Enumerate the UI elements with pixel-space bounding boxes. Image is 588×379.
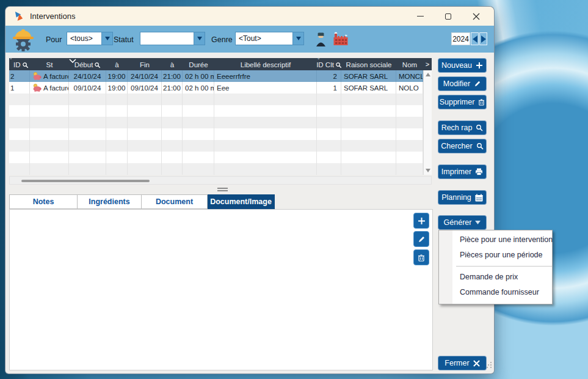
sort-priority-marker: ° — [318, 58, 320, 63]
edit-document-button[interactable] — [413, 231, 429, 247]
genre-label: Genre — [211, 35, 233, 44]
menu-item-pieces-periode[interactable]: Pièces pour une période — [439, 248, 552, 263]
piggy-bank-icon — [32, 72, 42, 80]
column-header-libelle[interactable]: Libellé descriptif — [214, 58, 317, 70]
scroll-up-icon[interactable] — [426, 73, 430, 76]
column-header-id-clt[interactable]: ° ID Clt — [317, 58, 341, 70]
imprimer-button[interactable]: Imprimer — [438, 164, 487, 179]
close-button[interactable] — [462, 7, 490, 26]
document-image-panel — [9, 209, 433, 370]
column-header-nom[interactable]: Nom — [396, 58, 423, 70]
column-header-duree[interactable]: Durée — [183, 58, 214, 70]
person-icon[interactable] — [316, 31, 326, 47]
planning-button[interactable]: Planning — [438, 190, 487, 205]
calendar-icon — [475, 194, 483, 202]
detail-tabs: Notes Ingrédients Document Document/Imag… — [9, 194, 275, 209]
maximize-button[interactable] — [434, 7, 462, 26]
table-vertical-scrollbar[interactable] — [423, 70, 432, 175]
column-header-a-fin[interactable]: à — [162, 58, 183, 70]
minimize-icon — [417, 16, 424, 17]
sort-priority-marker: ° — [10, 58, 12, 63]
empty-table-rows — [9, 94, 423, 175]
column-header-debut[interactable]: Début — [69, 58, 106, 70]
search-icon[interactable] — [94, 62, 101, 68]
statut-select[interactable] — [140, 32, 205, 45]
delete-document-button[interactable] — [413, 249, 429, 265]
table-row[interactable]: 1 A facturer 09/10/24 19:00 09/10/24 21:… — [9, 82, 423, 94]
search-icon — [476, 142, 484, 150]
menu-item-piece-intervention[interactable]: Pièce pour une intervention — [439, 232, 552, 248]
pour-select-value: <tous> — [67, 32, 101, 45]
search-icon — [476, 124, 483, 131]
generer-button[interactable]: Générer — [438, 215, 487, 230]
trash-icon — [418, 254, 425, 262]
fermer-button[interactable]: Fermer — [438, 356, 487, 370]
column-header-raison-sociale[interactable]: Raison sociale — [341, 58, 396, 70]
menu-item-demande-prix[interactable]: Demande de prix — [439, 270, 552, 285]
rech-rap-button[interactable]: Rech rap — [438, 120, 487, 135]
tab-document-image[interactable]: Document/Image — [208, 194, 275, 209]
chevron-down-icon[interactable] — [194, 32, 205, 45]
worker-helmet-gear-icon — [9, 28, 37, 51]
app-logo-icon — [13, 10, 25, 22]
trash-icon — [478, 98, 485, 106]
search-icon[interactable] — [22, 62, 29, 68]
table-header: ° ID St Début à Fin à Durée Libellé desc… — [9, 58, 432, 70]
chevron-down-icon[interactable] — [101, 32, 112, 45]
desktop-wallpaper: Interventions — [0, 0, 588, 379]
table-horizontal-scrollbar[interactable] — [9, 176, 432, 185]
add-document-button[interactable] — [413, 213, 429, 229]
pencil-icon — [474, 80, 481, 87]
menu-separator — [456, 266, 552, 267]
genre-select-value: <Tout> — [236, 32, 292, 45]
column-header-id[interactable]: ° ID — [9, 58, 30, 70]
nouveau-button[interactable]: Nouveau — [438, 58, 487, 73]
horizontal-scroll-thumb[interactable] — [21, 180, 150, 182]
interventions-window: Interventions — [5, 6, 495, 374]
filter-toolbar: Pour <tous> Statut Genre <Tout> — [5, 26, 494, 53]
plus-icon — [476, 62, 483, 69]
titlebar[interactable]: Interventions — [5, 7, 494, 26]
resize-grip[interactable] — [487, 367, 488, 368]
sort-descending-icon — [69, 59, 76, 63]
tab-notes[interactable]: Notes — [9, 194, 78, 209]
column-header-a-debut[interactable]: à — [106, 58, 128, 70]
close-x-icon — [473, 13, 480, 20]
modifier-button[interactable]: Modifier — [438, 76, 487, 91]
more-columns-indicator[interactable]: > — [423, 58, 432, 70]
window-title: Interventions — [30, 12, 75, 21]
splitter-handle[interactable] — [217, 188, 228, 191]
genre-select[interactable]: <Tout> — [235, 32, 304, 45]
tab-document[interactable]: Document — [142, 194, 208, 209]
statut-label: Statut — [114, 35, 134, 44]
scroll-down-icon[interactable] — [426, 169, 430, 172]
factory-icon[interactable] — [333, 32, 349, 46]
chercher-button[interactable]: Chercher — [438, 139, 487, 153]
menu-item-commande-fournisseur[interactable]: Commande fournisseur — [439, 285, 552, 300]
statut-select-value — [140, 32, 194, 45]
plus-icon — [418, 217, 426, 225]
year-next-button[interactable] — [479, 32, 487, 45]
table-row[interactable]: 2 A facturer 24/10/24 19:00 24/10/24 21:… — [9, 70, 423, 82]
year-previous-button[interactable] — [471, 32, 479, 45]
maximize-icon — [445, 13, 451, 20]
tab-ingredients[interactable]: Ingrédients — [78, 194, 142, 209]
pour-select[interactable]: <tous> — [67, 32, 113, 45]
generer-dropdown-menu: Pièce pour une intervention Pièces pour … — [438, 230, 553, 304]
column-header-st[interactable]: St — [30, 58, 69, 70]
close-x-icon — [473, 360, 480, 367]
column-header-fin[interactable]: Fin — [128, 58, 162, 70]
pencil-icon — [418, 235, 426, 243]
search-icon[interactable] — [335, 62, 341, 68]
printer-icon — [475, 168, 483, 175]
minimize-button[interactable] — [406, 7, 434, 26]
supprimer-button[interactable]: Supprimer — [438, 95, 487, 109]
year-input[interactable]: 2024 — [451, 32, 470, 45]
caret-down-icon — [475, 221, 481, 224]
piggy-bank-icon — [32, 84, 42, 92]
chevron-down-icon[interactable] — [292, 32, 303, 45]
pour-label: Pour — [46, 35, 62, 44]
